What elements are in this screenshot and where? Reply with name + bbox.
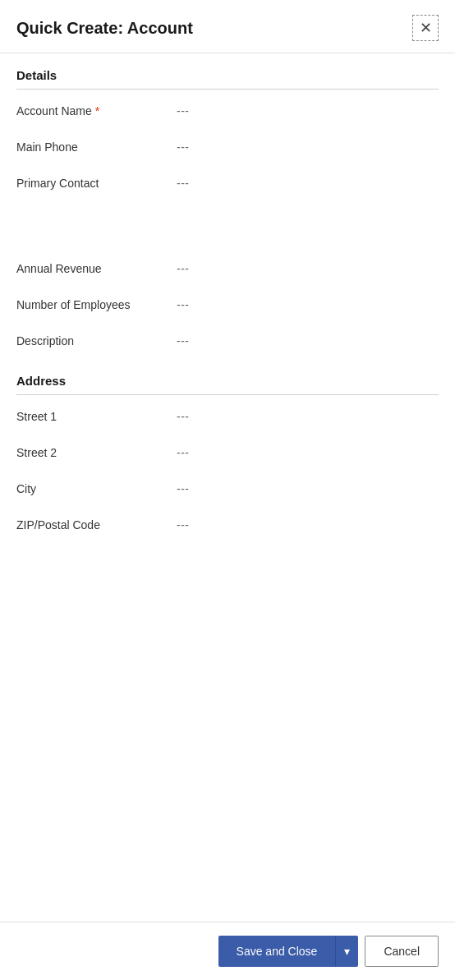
field-row-account-name: Account Name * ---: [16, 93, 439, 129]
field-row-zip-postal-code: ZIP/Postal Code ---: [16, 507, 439, 543]
account-name-value[interactable]: ---: [177, 104, 439, 117]
street1-label: Street 1: [16, 410, 177, 423]
field-row-street1: Street 1 ---: [16, 398, 439, 435]
number-of-employees-label: Number of Employees: [16, 298, 177, 311]
field-row-main-phone: Main Phone ---: [16, 129, 439, 165]
zip-postal-code-value[interactable]: ---: [177, 518, 439, 531]
field-row-primary-contact: Primary Contact ---: [16, 165, 439, 201]
panel-title: Quick Create: Account: [16, 19, 193, 38]
quick-create-panel: Quick Create: Account ✕ Details Account …: [0, 0, 455, 980]
details-section-header: Details: [16, 53, 439, 90]
primary-contact-label: Primary Contact: [16, 177, 177, 190]
description-value[interactable]: ---: [177, 334, 439, 347]
save-and-close-button[interactable]: Save and Close: [218, 936, 336, 967]
panel-content: Details Account Name * --- Main Phone --…: [0, 53, 455, 922]
cancel-button[interactable]: Cancel: [365, 936, 439, 967]
annual-revenue-value[interactable]: ---: [177, 262, 439, 275]
details-spacer: [16, 201, 439, 251]
save-dropdown-button[interactable]: ▾: [335, 936, 358, 967]
city-value[interactable]: ---: [177, 482, 439, 495]
description-label: Description: [16, 334, 177, 347]
main-phone-value[interactable]: ---: [177, 140, 439, 154]
account-name-label: Account Name *: [16, 104, 177, 117]
field-row-city: City ---: [16, 471, 439, 507]
chevron-down-icon: ▾: [344, 945, 350, 958]
field-row-street2: Street 2 ---: [16, 435, 439, 471]
zip-postal-code-label: ZIP/Postal Code: [16, 518, 177, 531]
street1-value[interactable]: ---: [177, 410, 439, 423]
panel-footer: Save and Close ▾ Cancel: [0, 922, 455, 980]
panel-header: Quick Create: Account ✕: [0, 0, 455, 53]
number-of-employees-value[interactable]: ---: [177, 298, 439, 311]
field-row-number-of-employees: Number of Employees ---: [16, 287, 439, 323]
required-indicator: *: [95, 104, 99, 117]
address-section-header: Address: [16, 359, 439, 395]
field-row-annual-revenue: Annual Revenue ---: [16, 251, 439, 287]
close-button[interactable]: ✕: [412, 15, 439, 41]
field-row-description: Description ---: [16, 323, 439, 359]
street2-value[interactable]: ---: [177, 446, 439, 459]
annual-revenue-label: Annual Revenue: [16, 262, 177, 275]
main-phone-label: Main Phone: [16, 140, 177, 154]
primary-contact-value[interactable]: ---: [177, 177, 439, 190]
street2-label: Street 2: [16, 446, 177, 459]
city-label: City: [16, 482, 177, 495]
